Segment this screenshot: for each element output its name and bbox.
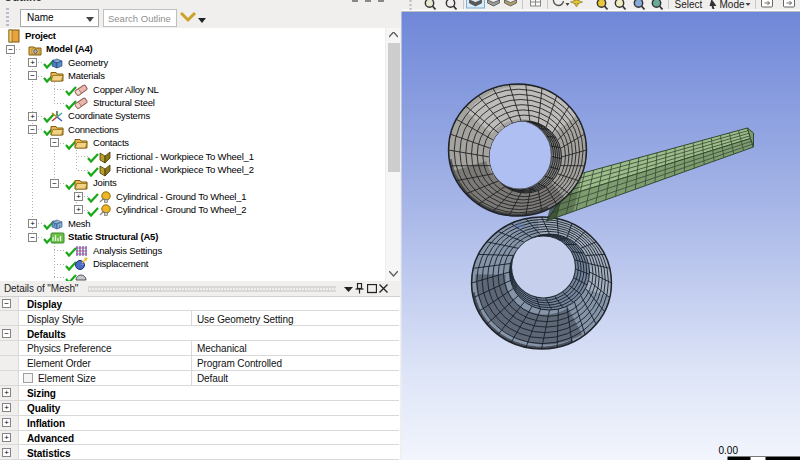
svg-text:Select: Select — [675, 0, 703, 10]
svg-text:Mode: Mode — [720, 0, 745, 10]
svg-text:0.00: 0.00 — [719, 445, 739, 456]
